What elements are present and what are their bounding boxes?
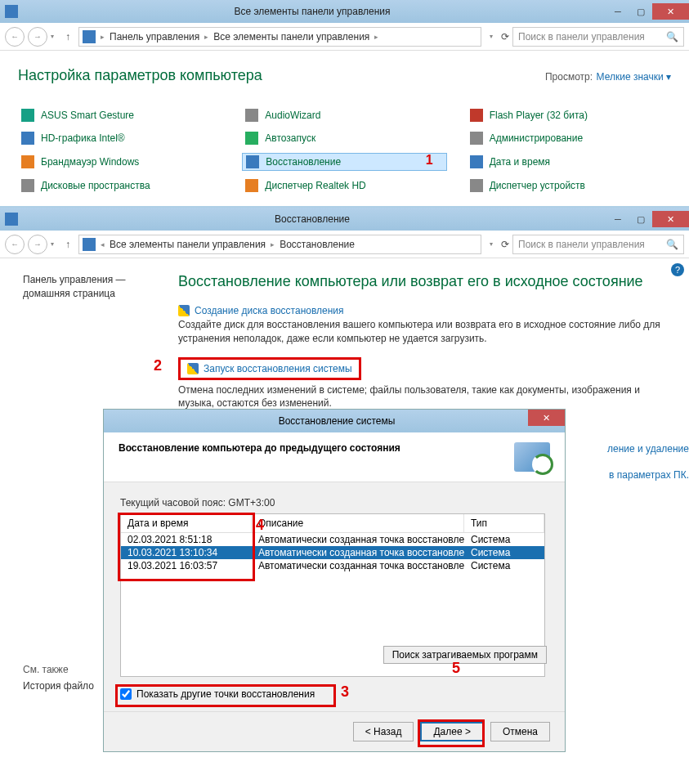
annotation-box-2: Запуск восстановления системы <box>178 357 361 380</box>
item-icon <box>21 109 34 122</box>
search-input[interactable]: Поиск в панели управления 🔍 <box>512 27 684 47</box>
control-panel-item[interactable]: Диспетчер устройств <box>467 177 671 194</box>
item-label: Дата и время <box>490 156 668 168</box>
item-label: Диспетчер Realtek HD <box>265 180 443 191</box>
control-panel-icon <box>83 30 96 43</box>
window1-title: Все элементы панели управления <box>18 6 606 17</box>
back-button[interactable]: ← <box>5 235 25 254</box>
minimize-button[interactable]: ─ <box>606 3 629 20</box>
dialog-title: Восстановление системы <box>109 415 565 427</box>
chevron-right-icon: ▸ <box>374 33 378 41</box>
up-button[interactable]: ↑ <box>60 31 75 43</box>
control-panel-item[interactable]: Брандмауэр Windows <box>18 153 222 171</box>
forward-button[interactable]: → <box>28 235 47 254</box>
chevron-right-icon: ▸ <box>204 33 208 41</box>
item-label: Автозапуск <box>265 132 443 144</box>
close-button[interactable]: ✕ <box>652 3 689 20</box>
file-history-link[interactable]: История файло <box>23 680 94 692</box>
search-placeholder: Поиск в панели управления <box>518 239 645 250</box>
view-dropdown[interactable]: Мелкие значки ▾ <box>597 71 671 83</box>
col-date[interactable]: Дата и время <box>121 514 252 532</box>
control-panel-item[interactable]: Дисковые пространства <box>18 177 222 194</box>
desc-text: Отмена последних изменений в системе; фа… <box>178 383 674 411</box>
item-label: Восстановление <box>266 156 442 168</box>
cancel-button[interactable]: Отмена <box>490 722 550 741</box>
breadcrumb-item[interactable]: Все элементы панели управления <box>110 239 266 250</box>
minimize-button[interactable]: ─ <box>606 211 629 227</box>
close-button[interactable]: ✕ <box>652 211 689 227</box>
control-panel-item[interactable]: Администрирование <box>467 130 671 146</box>
control-panel-item[interactable]: Дата и время <box>467 153 671 171</box>
table-row[interactable]: 19.03.2021 16:03:57Автоматически созданн… <box>121 559 544 572</box>
annotation-4: 4 <box>256 517 264 534</box>
search-icon: 🔍 <box>666 31 678 43</box>
show-more-checkbox[interactable] <box>120 688 132 700</box>
refresh-icon[interactable]: ⟳ <box>501 31 509 43</box>
item-label: Диспетчер устройств <box>490 180 668 191</box>
history-dropdown-icon[interactable]: ▾ <box>51 240 57 248</box>
cell-desc: Автоматически созданная точка восстановл… <box>252 546 464 559</box>
refresh-icon[interactable]: ⟳ <box>501 239 509 250</box>
chevron-down-icon[interactable]: ▾ <box>490 240 496 248</box>
desc-text: Создайте диск для восстановления вашего … <box>178 318 674 346</box>
forward-button[interactable]: → <box>28 27 47 47</box>
history-dropdown-icon[interactable]: ▾ <box>51 33 57 40</box>
app-icon <box>5 5 18 18</box>
back-button[interactable]: ← <box>5 27 25 47</box>
col-desc[interactable]: Описание <box>252 514 464 532</box>
chevron-right-icon: ▸ <box>271 240 275 249</box>
chevron-down-icon[interactable]: ▾ <box>490 33 496 40</box>
maximize-button[interactable]: ▢ <box>629 3 652 20</box>
control-panel-item[interactable]: Flash Player (32 бита) <box>467 107 671 123</box>
window2-title: Восстановление <box>18 213 606 225</box>
create-recovery-disk-link[interactable]: Создание диска восстановления <box>195 305 344 316</box>
item-icon <box>21 132 34 145</box>
show-more-label: Показать другие точки восстановления <box>136 688 315 700</box>
item-icon <box>470 155 483 168</box>
control-panel-body: Настройка параметров компьютера Просмотр… <box>0 51 689 200</box>
see-also-label: См. также <box>23 664 69 675</box>
close-button[interactable]: ✕ <box>528 410 565 426</box>
item-label: AudioWizard <box>265 110 443 121</box>
breadcrumb-item[interactable]: Все элементы панели управления <box>213 31 369 43</box>
item-icon <box>21 179 34 192</box>
breadcrumb[interactable]: ▸ Панель управления ▸ Все элементы панел… <box>78 27 481 47</box>
affected-programs-button[interactable]: Поиск затрагиваемых программ <box>383 646 547 664</box>
annotation-1: 1 <box>426 153 433 168</box>
control-panel-item[interactable]: ASUS Smart Gesture <box>18 107 222 123</box>
item-icon <box>21 155 34 168</box>
window1-titlebar: Все элементы панели управления ─ ▢ ✕ <box>0 0 689 23</box>
up-button[interactable]: ↑ <box>60 239 75 250</box>
item-label: Администрирование <box>490 132 668 144</box>
item-label: ASUS Smart Gesture <box>41 110 219 121</box>
control-panel-item[interactable]: HD-графика Intel® <box>18 130 222 146</box>
control-panel-item[interactable]: Восстановление1 <box>242 153 446 171</box>
next-button[interactable]: Далее > <box>420 722 484 741</box>
col-type[interactable]: Тип <box>464 514 544 532</box>
shield-icon <box>187 363 199 374</box>
control-panel-item[interactable]: AudioWizard <box>242 107 446 123</box>
system-restore-link[interactable]: Запуск восстановления системы <box>204 363 352 374</box>
search-input[interactable]: Поиск в панели управления 🔍 <box>512 235 684 254</box>
chevron-right-icon: ▸ <box>101 33 105 41</box>
sidebar-home-link[interactable]: Панель управления — домашняя страница <box>23 273 163 301</box>
maximize-button[interactable]: ▢ <box>629 211 652 227</box>
control-panel-item[interactable]: Диспетчер Realtek HD <box>242 177 446 194</box>
page-title: Восстановление компьютера или возврат ег… <box>178 273 674 290</box>
chevron-left-icon: ◂ <box>101 240 105 249</box>
breadcrumb-item[interactable]: Восстановление <box>280 239 355 250</box>
table-row[interactable]: 02.03.2021 8:51:18Автоматически созданна… <box>121 533 544 546</box>
help-icon[interactable]: ? <box>671 263 684 276</box>
control-panel-item[interactable]: Автозапуск <box>242 130 446 146</box>
item-icon <box>470 109 483 122</box>
table-row[interactable]: 10.03.2021 13:10:34Автоматически созданн… <box>121 546 544 559</box>
breadcrumb[interactable]: ◂ Все элементы панели управления ▸ Восст… <box>78 235 481 254</box>
partial-link[interactable]: в параметрах ПК. <box>609 469 689 481</box>
annotation-5: 5 <box>452 660 460 677</box>
back-button[interactable]: < Назад <box>353 722 414 741</box>
item-label: Дисковые пространства <box>41 180 219 191</box>
breadcrumb-item[interactable]: Панель управления <box>110 31 199 43</box>
page-title: Настройка параметров компьютера <box>18 67 262 84</box>
search-placeholder: Поиск в панели управления <box>518 31 645 43</box>
dialog-heading: Восстановление компьютера до предыдущего… <box>119 442 514 472</box>
